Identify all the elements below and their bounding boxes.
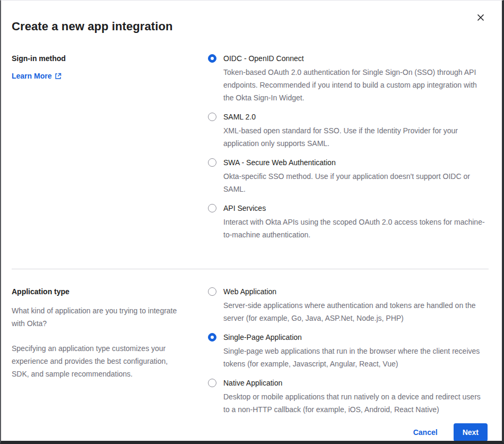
radio-option-native-application[interactable]: Native Application Desktop or mobile app… [208, 378, 489, 416]
cancel-button[interactable]: Cancel [413, 428, 438, 437]
close-icon [476, 13, 485, 22]
radio-icon[interactable] [208, 113, 216, 121]
create-app-integration-modal: Create a new app integration Sign-in met… [0, 0, 504, 444]
option-text: Native Application Desktop or mobile app… [223, 378, 489, 416]
sign-in-method-label: Sign-in method [12, 53, 187, 64]
radio-option-api-services[interactable]: API Services Interact with Okta APIs usi… [208, 203, 489, 241]
option-text: Web Application Server-side applications… [223, 286, 489, 325]
learn-more-link[interactable]: Learn More [12, 72, 62, 80]
radio-option-description: Token-based OAuth 2.0 authentication for… [223, 66, 489, 104]
sign-in-method-options: OIDC - OpenID Connect Token-based OAuth … [208, 53, 489, 249]
radio-icon[interactable] [208, 158, 216, 167]
radio-option-description: XML-based open standard for SSO. Use if … [223, 124, 489, 150]
radio-option-description: Desktop or mobile applications that run … [223, 390, 489, 416]
application-type-section: Application type What kind of applicatio… [1, 269, 502, 423]
application-type-description-2: Specifying an application type customize… [12, 342, 187, 380]
application-type-options: Web Application Server-side applications… [208, 286, 489, 423]
radio-option-oidc[interactable]: OIDC - OpenID Connect Token-based OAuth … [208, 53, 489, 104]
radio-option-label: Native Application [223, 378, 489, 388]
radio-option-label: SWA - Secure Web Authentication [223, 157, 489, 168]
radio-option-label: Web Application [223, 286, 489, 297]
radio-option-label: API Services [223, 203, 489, 214]
modal-title: Create a new app integration [12, 20, 489, 33]
learn-more-label: Learn More [12, 72, 51, 80]
sign-in-method-section: Sign-in method Learn More OIDC - OpenID … [1, 36, 502, 256]
radio-option-label: SAML 2.0 [223, 112, 489, 122]
option-text: SAML 2.0 XML-based open standard for SSO… [223, 112, 489, 150]
radio-option-single-page-application[interactable]: Single-Page Application Single-page web … [208, 332, 489, 370]
radio-option-web-application[interactable]: Web Application Server-side applications… [208, 286, 489, 325]
radio-option-description: Server-side applications where authentic… [223, 299, 489, 325]
application-type-label: Application type [12, 286, 187, 297]
sign-in-method-left: Sign-in method Learn More [12, 53, 208, 249]
radio-icon[interactable] [208, 379, 216, 387]
option-text: Single-Page Application Single-page web … [223, 332, 489, 370]
option-text: API Services Interact with Okta APIs usi… [223, 203, 489, 241]
radio-icon[interactable] [208, 287, 216, 296]
radio-option-description: Single-page web applications that run in… [223, 345, 489, 370]
radio-option-label: OIDC - OpenID Connect [223, 53, 489, 64]
application-type-description-1: What kind of application are you trying … [12, 304, 187, 330]
modal-footer: Cancel Next [1, 423, 502, 444]
radio-option-swa[interactable]: SWA - Secure Web Authentication Okta-spe… [208, 157, 489, 195]
radio-icon[interactable] [208, 333, 216, 341]
option-text: SWA - Secure Web Authentication Okta-spe… [223, 157, 489, 195]
option-text: OIDC - OpenID Connect Token-based OAuth … [223, 53, 489, 104]
radio-option-saml[interactable]: SAML 2.0 XML-based open standard for SSO… [208, 112, 489, 150]
radio-option-description: Okta-specific SSO method. Use if your ap… [223, 170, 489, 195]
close-button[interactable] [475, 11, 488, 24]
radio-option-label: Single-Page Application [223, 332, 489, 343]
application-type-left: Application type What kind of applicatio… [12, 286, 208, 423]
next-button[interactable]: Next [454, 423, 488, 441]
radio-icon[interactable] [208, 204, 216, 212]
external-link-icon [55, 73, 62, 80]
radio-option-description: Interact with Okta APIs using the scoped… [223, 216, 489, 241]
radio-icon[interactable] [208, 54, 216, 63]
